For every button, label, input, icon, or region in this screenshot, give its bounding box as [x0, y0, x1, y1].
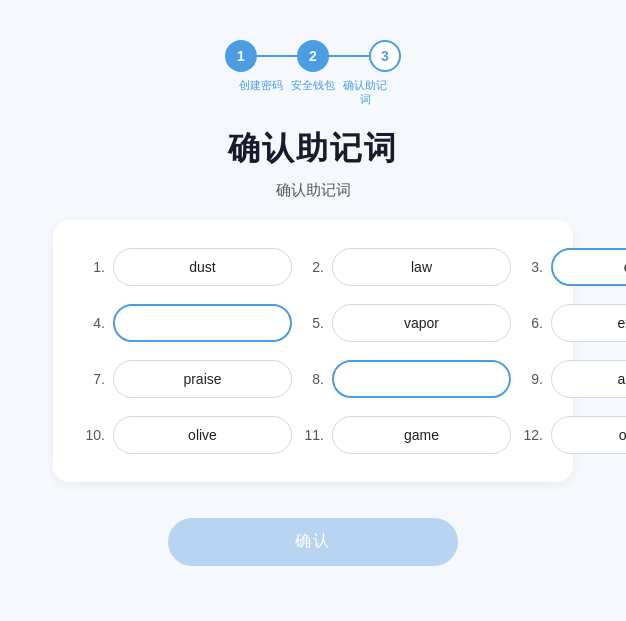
mnemonic-item: 7.	[83, 360, 292, 398]
mnemonic-input-5[interactable]	[332, 304, 511, 342]
mnemonic-number: 10.	[83, 427, 105, 443]
step-3-circle: 3	[369, 40, 401, 72]
mnemonic-number: 6.	[521, 315, 543, 331]
step-1-label: 创建密码	[235, 78, 287, 107]
mnemonic-item: 11.	[302, 416, 511, 454]
mnemonic-item: 8.	[302, 360, 511, 398]
mnemonic-item: 2.	[302, 248, 511, 286]
mnemonic-number: 2.	[302, 259, 324, 275]
mnemonic-number: 7.	[83, 371, 105, 387]
mnemonic-number: 1.	[83, 259, 105, 275]
mnemonic-item: 6.	[521, 304, 626, 342]
page: 1 2 3 创建密码 安全钱包 确认助记词 确认助记词 确认助记词 1.2.3.…	[0, 0, 626, 621]
mnemonic-input-10[interactable]	[113, 416, 292, 454]
mnemonic-item: 12.	[521, 416, 626, 454]
mnemonic-item: 1.	[83, 248, 292, 286]
mnemonic-input-2[interactable]	[332, 248, 511, 286]
mnemonic-card: 1.2.3.4.5.6.7.8.9.10.11.12.	[53, 220, 573, 482]
mnemonic-input-3[interactable]	[551, 248, 626, 286]
mnemonic-number: 11.	[302, 427, 324, 443]
mnemonic-number: 9.	[521, 371, 543, 387]
step-line-1	[257, 55, 297, 57]
mnemonic-number: 5.	[302, 315, 324, 331]
stepper-circles: 1 2 3	[225, 40, 401, 72]
step-line-2	[329, 55, 369, 57]
confirm-button[interactable]: 确认	[168, 518, 458, 566]
mnemonic-item: 9.	[521, 360, 626, 398]
step-1-circle: 1	[225, 40, 257, 72]
mnemonic-input-11[interactable]	[332, 416, 511, 454]
step-2-label: 安全钱包	[287, 78, 339, 107]
step-2-circle: 2	[297, 40, 329, 72]
mnemonic-input-6[interactable]	[551, 304, 626, 342]
mnemonic-number: 12.	[521, 427, 543, 443]
mnemonic-input-12[interactable]	[551, 416, 626, 454]
mnemonic-input-1[interactable]	[113, 248, 292, 286]
mnemonic-input-9[interactable]	[551, 360, 626, 398]
main-title: 确认助记词	[228, 127, 398, 171]
stepper-labels: 创建密码 安全钱包 确认助记词	[235, 78, 391, 107]
stepper: 1 2 3 创建密码 安全钱包 确认助记词	[225, 40, 401, 107]
mnemonic-input-8[interactable]	[332, 360, 511, 398]
mnemonic-item: 3.	[521, 248, 626, 286]
step-3-label: 确认助记词	[339, 78, 391, 107]
mnemonic-number: 4.	[83, 315, 105, 331]
mnemonic-grid: 1.2.3.4.5.6.7.8.9.10.11.12.	[83, 248, 543, 454]
mnemonic-number: 3.	[521, 259, 543, 275]
mnemonic-item: 4.	[83, 304, 292, 342]
mnemonic-input-4[interactable]	[113, 304, 292, 342]
sub-title: 确认助记词	[276, 181, 351, 200]
mnemonic-item: 10.	[83, 416, 292, 454]
mnemonic-input-7[interactable]	[113, 360, 292, 398]
mnemonic-number: 8.	[302, 371, 324, 387]
mnemonic-item: 5.	[302, 304, 511, 342]
